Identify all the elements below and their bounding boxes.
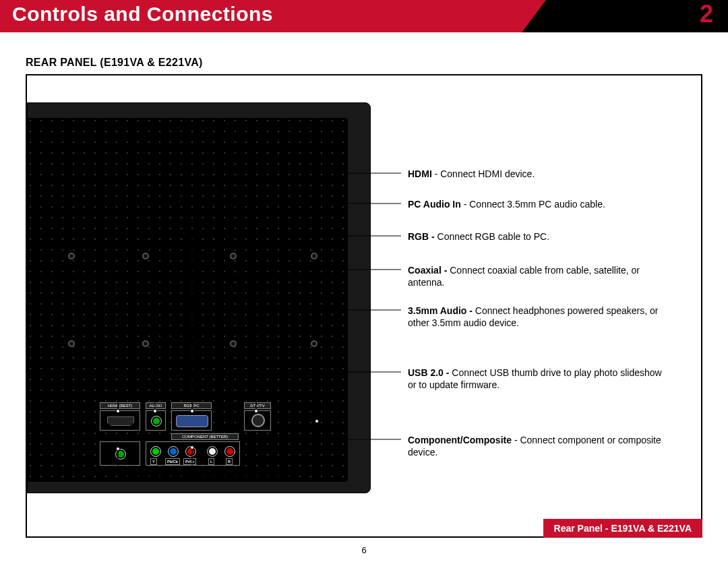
leader-dot	[116, 409, 120, 413]
leader-dot	[315, 419, 319, 423]
callout-rgb-bold: RGB -	[408, 231, 437, 242]
callout-rgb-text: Connect RGB cable to PC.	[437, 231, 550, 242]
page-number: 6	[0, 545, 728, 555]
callout-hdmi: HDMI - Connect HDMI device.	[408, 168, 535, 180]
callout-pcaudio: PC Audio In - Connect 3.5mm PC audio cab…	[408, 198, 605, 210]
leader-dot	[190, 445, 194, 449]
diagram-frame: HDMI (BEST) AUDIO RGB PC DTV/TV COMPONE	[26, 74, 702, 538]
page-header: Controls and Connections 2	[0, 0, 728, 32]
callout-pcaudio-text: - Connect 3.5mm PC audio cable.	[461, 199, 605, 210]
callout-hdmi-bold: HDMI	[408, 168, 432, 179]
callout-component: Component/Composite - Connect component …	[408, 434, 664, 458]
callout-rgb: RGB - Connect RGB cable to PC.	[408, 230, 549, 243]
leader-dot	[254, 409, 258, 413]
figure-caption: Rear Panel - E191VA & E221VA	[543, 519, 702, 538]
callout-coax: Coaxial - Connect coaxial cable from cab…	[408, 264, 664, 288]
callout-pcaudio-bold: PC Audio In	[408, 199, 461, 210]
leader-dot	[153, 409, 157, 413]
callout-comp-bold: Component/Composite	[408, 435, 512, 445]
leader-dot	[190, 409, 194, 413]
callout-hdmi-text: - Connect HDMI device.	[432, 168, 535, 179]
header-title: Controls and Connections	[12, 3, 273, 26]
callout-usb: USB 2.0 - Connect USB thumb drive to pla…	[408, 367, 664, 391]
chapter-number: 2	[700, 0, 713, 28]
callout-coax-bold: Coaxial -	[408, 265, 450, 276]
callout-audio35: 3.5mm Audio - Connect headphones powered…	[408, 305, 664, 329]
section-subhead: REAR PANEL (E191VA & E221VA)	[26, 57, 203, 69]
leader-dot	[116, 447, 120, 451]
callout-usb-bold: USB 2.0 -	[408, 367, 452, 378]
callout-audio35-bold: 3.5mm Audio -	[408, 305, 475, 316]
